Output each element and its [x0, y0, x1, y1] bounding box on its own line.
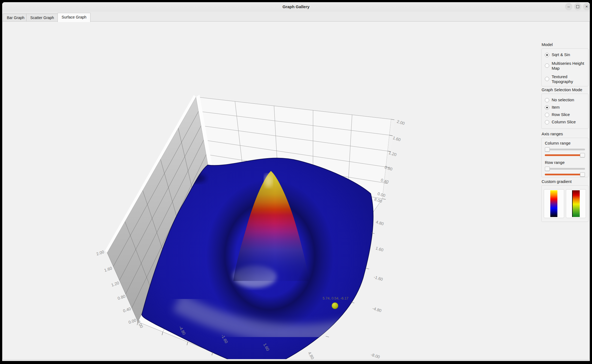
model-group-label: Model: [542, 42, 588, 47]
row-range-min-slider[interactable]: [545, 166, 585, 171]
radio-label: Column Slice: [552, 120, 576, 124]
selection-mode-group: Graph Selection Mode No selection Item R…: [541, 87, 588, 129]
app-window: Graph Gallery – × Bar Graph Scatter Grap…: [2, 2, 590, 361]
slider-groove: [545, 154, 585, 156]
tab-content-pane: 2.00 1.60 1.20 0.80 0.40 0.00 -8.00 -4.8…: [2, 21, 590, 359]
radio-no-selection[interactable]: No selection: [545, 97, 585, 102]
window-bottom-edge: [2, 359, 590, 361]
maximize-button[interactable]: [574, 3, 581, 10]
slider-groove: [545, 174, 585, 175]
radio-icon: [545, 77, 549, 81]
titlebar[interactable]: Graph Gallery – ×: [2, 2, 590, 12]
radio-sqrt-sin[interactable]: Sqrt & Sin: [545, 52, 585, 57]
surface-chart[interactable]: 2.00 1.60 1.20 0.80 0.40 0.00 -8.00 -4.8…: [3, 41, 538, 361]
close-icon: ×: [585, 4, 588, 9]
radio-icon: [545, 63, 549, 68]
radio-item[interactable]: Item: [545, 105, 585, 110]
radio-icon: [545, 113, 549, 117]
selected-point-label: 5.74, 0.54, -6.17: [319, 296, 352, 300]
gradient-button-2[interactable]: [566, 189, 586, 218]
minimize-button[interactable]: –: [565, 3, 572, 10]
slider-handle[interactable]: [545, 167, 550, 171]
gradient-swatch-blue-red-yellow: [550, 190, 557, 217]
tab-bar: Bar Graph Scatter Graph Surface Graph: [2, 12, 590, 22]
tab-bar-graph[interactable]: Bar Graph: [3, 14, 29, 22]
column-range-label: Column range: [545, 141, 585, 145]
radio-icon: [545, 53, 549, 57]
radio-label: Multiseries Height Map: [552, 61, 585, 71]
axis-ranges-group: Axis ranges Column range Row range: [541, 131, 588, 177]
radio-column-slice[interactable]: Column Slice: [545, 120, 585, 124]
sidebar: Model Sqrt & Sin Multiseries Height Map …: [541, 41, 588, 361]
tab-scatter-graph[interactable]: Scatter Graph: [26, 14, 58, 22]
radio-icon: [545, 105, 549, 110]
radio-label: Item: [552, 105, 560, 110]
slider-handle[interactable]: [580, 172, 585, 177]
slider-groove: [545, 149, 585, 150]
selection-mode-group-label: Graph Selection Mode: [542, 87, 588, 92]
column-range-max-slider[interactable]: [545, 152, 585, 158]
radio-multiseries-height-map[interactable]: Multiseries Height Map: [545, 61, 585, 71]
window-title: Graph Gallery: [2, 4, 590, 9]
column-range-min-slider[interactable]: [545, 146, 585, 152]
row-range-label: Row range: [545, 160, 585, 165]
radio-label: Sqrt & Sin: [552, 52, 570, 57]
model-group: Model Sqrt & Sin Multiseries Height Map …: [541, 42, 588, 86]
custom-gradient-group: Custom gradient: [541, 179, 588, 222]
tab-surface-graph[interactable]: Surface Graph: [58, 13, 90, 22]
radio-icon: [545, 98, 549, 102]
axis-ranges-group-label: Axis ranges: [542, 131, 588, 136]
row-range-max-slider[interactable]: [545, 172, 585, 177]
slider-groove: [545, 168, 585, 170]
selected-point-marker[interactable]: [332, 302, 338, 309]
radio-label: Textured Topography: [552, 74, 585, 84]
radio-row-slice[interactable]: Row Slice: [545, 112, 585, 117]
close-button[interactable]: ×: [583, 3, 590, 10]
surface-plot-canvas: [3, 41, 538, 361]
maximize-icon: [576, 5, 579, 8]
radio-label: Row Slice: [552, 112, 570, 117]
gradient-swatch-green-yellow-red: [572, 190, 580, 217]
custom-gradient-group-label: Custom gradient: [542, 179, 588, 184]
gradient-button-1[interactable]: [544, 189, 564, 218]
radio-label: No selection: [552, 97, 574, 102]
radio-icon: [545, 120, 549, 124]
radio-textured-topography[interactable]: Textured Topography: [545, 74, 585, 84]
minimize-icon: –: [567, 4, 570, 9]
slider-handle[interactable]: [545, 147, 550, 152]
slider-handle[interactable]: [580, 153, 585, 157]
